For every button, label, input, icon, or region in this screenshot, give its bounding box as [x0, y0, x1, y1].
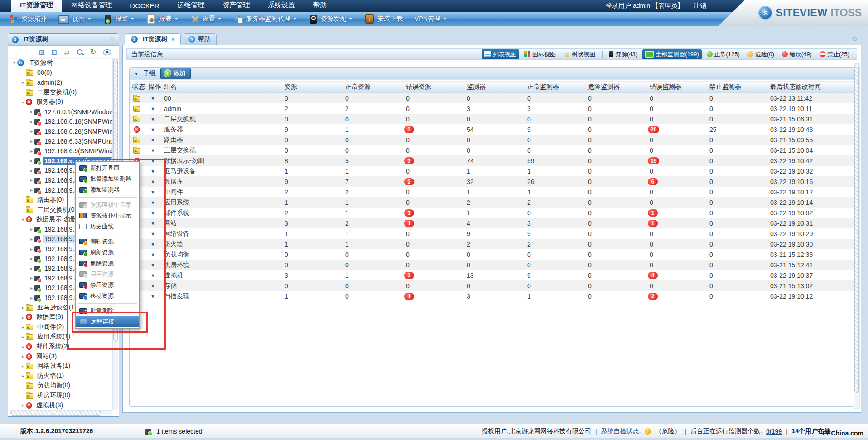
- row-action-button[interactable]: ▼: [146, 200, 161, 205]
- counter-button-resources[interactable]: 资源(43): [607, 49, 640, 59]
- row-action-button[interactable]: ▼: [146, 127, 161, 132]
- context-menu-item-remote-connect[interactable]: 远程连接: [76, 316, 139, 327]
- tab-help[interactable]: ? 帮助: [183, 33, 217, 45]
- expand-closed-icon[interactable]: ▸: [20, 403, 26, 408]
- expand-closed-icon[interactable]: ▸: [29, 247, 34, 251]
- toolbar-item-settings[interactable]: 设置: [186, 13, 226, 25]
- expand-closed-icon[interactable]: ▸: [29, 295, 34, 300]
- expand-closed-icon[interactable]: ▸: [29, 129, 34, 134]
- scrollbar-thumb[interactable]: [10, 411, 101, 416]
- view-button-list-view[interactable]: 列表视图: [482, 49, 519, 59]
- row-action-button[interactable]: ▼: [146, 210, 161, 216]
- tab-it-resource-tree[interactable]: IT资源树 ×: [125, 33, 181, 45]
- expand-closed-icon[interactable]: ▸: [29, 237, 34, 242]
- view-button-icon-view[interactable]: 图标视图: [521, 49, 559, 59]
- view-button-tree-view[interactable]: 树状视图: [561, 49, 598, 59]
- tree-node[interactable]: ▾服务器(9): [10, 97, 112, 107]
- row-action-button[interactable]: ▼: [146, 283, 161, 289]
- counter-button-forbidden[interactable]: 禁止(25): [817, 49, 852, 59]
- gear-icon[interactable]: ⚙: [109, 35, 115, 44]
- swap-icon[interactable]: ⇄: [64, 49, 70, 56]
- sidebar-horizontal-scrollbar[interactable]: [10, 410, 112, 416]
- row-action-button[interactable]: ▼: [146, 252, 161, 257]
- menubar-item-ops-mgmt[interactable]: 运维管理: [169, 0, 214, 12]
- context-menu-item-delete-resource[interactable]: 删除资源: [76, 258, 139, 269]
- row-action-button[interactable]: ▼: [146, 242, 161, 247]
- collapse-all-icon[interactable]: ⊟: [52, 49, 58, 56]
- expand-all-icon[interactable]: ⊞: [39, 49, 45, 56]
- expand-closed-icon[interactable]: ▸: [29, 285, 34, 290]
- expand-closed-icon[interactable]: ▸: [29, 188, 34, 193]
- expand-open-icon[interactable]: ▾: [20, 217, 26, 222]
- row-action-button[interactable]: ▼: [146, 273, 161, 278]
- row-action-button[interactable]: ▼: [146, 294, 161, 299]
- running-monitors-link[interactable]: 0/199: [766, 428, 782, 435]
- toolbar-item-vpn-mgmt[interactable]: VPN管理: [410, 14, 451, 24]
- expand-closed-icon[interactable]: ▸: [29, 119, 34, 124]
- menubar-item-network-device-mgmt[interactable]: 网络设备管理: [62, 0, 121, 12]
- context-menu-item-batch-add-monitor[interactable]: 批量添加监测器: [76, 174, 139, 184]
- tree-node[interactable]: ▸邮件系统(2): [10, 342, 112, 352]
- context-menu-item-show-in-topology[interactable]: 资源拓扑中显示: [76, 210, 139, 221]
- close-icon[interactable]: ×: [171, 36, 175, 43]
- row-action-button[interactable]: ▼: [146, 116, 161, 122]
- eye-icon[interactable]: [103, 49, 111, 55]
- tree-node[interactable]: 负载均衡(0): [10, 381, 112, 391]
- search-icon[interactable]: [77, 49, 83, 56]
- toolbar-item-report[interactable]: 报表: [142, 13, 182, 25]
- menubar-item-it-resource-mgmt[interactable]: IT资源管理: [11, 0, 62, 12]
- gear-icon[interactable]: ⚙: [852, 35, 858, 43]
- tree-node[interactable]: ▸应用系统(1): [10, 332, 112, 342]
- tree-node[interactable]: ▸192.168.6.18(SNMPWindo: [10, 117, 112, 127]
- tree-node[interactable]: ▸192.168.6.33(SNMPUnix): [10, 136, 112, 146]
- expand-closed-icon[interactable]: ▸: [29, 158, 34, 163]
- counter-button-error[interactable]: 错误(49): [779, 49, 815, 59]
- expand-closed-icon[interactable]: ▸: [29, 109, 34, 114]
- toolbar-item-resource-discovery[interactable]: 资源发现: [304, 13, 357, 25]
- row-action-button[interactable]: ▼: [146, 262, 161, 268]
- tree-node[interactable]: ▸192.168.6.28(SNMPWindo: [10, 126, 112, 136]
- tree-node[interactable]: ▸虚拟机(3): [10, 401, 112, 410]
- collapse-caret-icon[interactable]: ▼: [134, 71, 139, 76]
- context-menu-item-batch-delete[interactable]: 批量删除: [76, 305, 139, 316]
- context-menu-item-edit-resource[interactable]: 编辑资源: [76, 236, 139, 247]
- tree-node[interactable]: ▸网站(3): [10, 352, 112, 362]
- context-menu-item-history-curve[interactable]: 历史曲线: [76, 221, 139, 232]
- refresh-icon[interactable]: ↻: [90, 48, 96, 56]
- expand-closed-icon[interactable]: ▸: [29, 227, 34, 232]
- expand-closed-icon[interactable]: ▸: [29, 266, 34, 271]
- row-action-button[interactable]: ▼: [146, 148, 161, 153]
- tree-node[interactable]: ▾IT资源树: [10, 58, 112, 68]
- row-action-button[interactable]: ▼: [146, 231, 161, 237]
- tree-node[interactable]: ▸防火墙(1): [10, 371, 112, 381]
- expand-closed-icon[interactable]: ▸: [29, 256, 34, 261]
- expand-closed-icon[interactable]: ▸: [20, 315, 26, 320]
- menubar-item-docker[interactable]: DOCKER: [121, 0, 168, 12]
- expand-closed-icon[interactable]: ▸: [20, 354, 26, 359]
- context-menu-item-disable-resource[interactable]: 禁用资源: [76, 280, 139, 290]
- menubar-item-system-settings[interactable]: 系统设置: [259, 0, 304, 12]
- expand-open-icon[interactable]: ▾: [20, 100, 26, 105]
- row-action-button[interactable]: ▼: [146, 169, 161, 174]
- expand-closed-icon[interactable]: ▸: [20, 344, 26, 349]
- toolbar-item-resource-topology[interactable]: 资源拓扑: [5, 13, 51, 25]
- row-action-button[interactable]: ▼: [146, 158, 161, 164]
- toolbar-item-server-monitor-agent[interactable]: 服务器监测代理: [229, 13, 301, 25]
- add-button[interactable]: + 添加: [160, 68, 191, 79]
- tree-node[interactable]: 机房环境(0): [10, 391, 112, 401]
- context-menu-item-add-monitor[interactable]: 添加监测器: [76, 184, 139, 195]
- toolbar-item-alarm[interactable]: 报警: [99, 13, 138, 25]
- row-action-button[interactable]: ▼: [146, 106, 161, 111]
- row-action-button[interactable]: ▼: [146, 221, 161, 226]
- expand-closed-icon[interactable]: ▸: [29, 178, 34, 183]
- logout-link[interactable]: 注销: [694, 2, 706, 10]
- expand-open-icon[interactable]: ▾: [11, 60, 17, 65]
- tree-node[interactable]: ▸192.168.6.9(SNMPWindow: [10, 146, 112, 156]
- row-action-button[interactable]: ▼: [146, 179, 161, 184]
- menubar-item-asset-mgmt[interactable]: 资产管理: [214, 0, 259, 12]
- expand-closed-icon[interactable]: ▸: [29, 139, 34, 144]
- toolbar-item-install-download[interactable]: 安装下载: [360, 13, 407, 25]
- row-action-button[interactable]: ▼: [146, 137, 161, 143]
- context-menu-item-open-new-window[interactable]: 新打开界面: [76, 163, 139, 174]
- tree-node[interactable]: ▸网络设备(1): [10, 361, 112, 371]
